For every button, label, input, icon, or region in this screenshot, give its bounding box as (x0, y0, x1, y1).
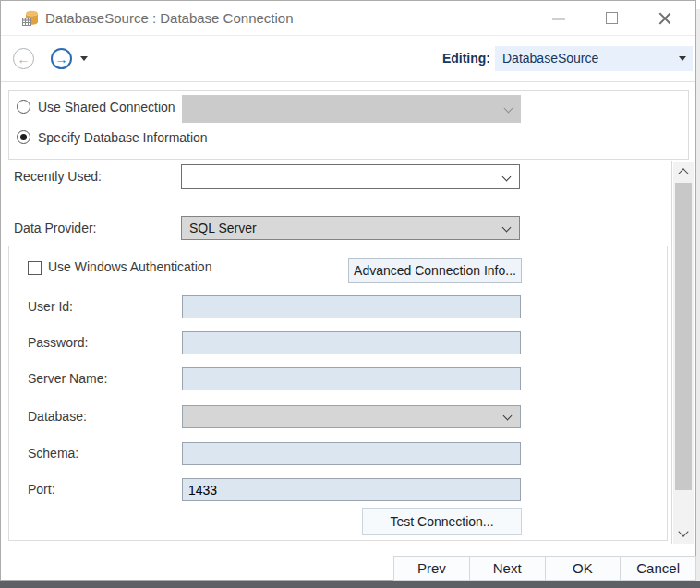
specify-database-information-label: Specify Database Information (38, 126, 208, 149)
scrollbar-thumb[interactable] (675, 183, 692, 490)
shared-connection-combobox (182, 95, 521, 123)
ok-button[interactable]: OK (545, 557, 621, 580)
port-label: Port: (28, 478, 55, 501)
field-row-server-name: Server Name: (9, 367, 667, 390)
windows-auth-checkbox[interactable] (28, 261, 42, 275)
forward-dropdown-caret[interactable] (80, 56, 88, 61)
use-shared-connection-label: Use Shared Connection (38, 96, 175, 118)
back-glyph: ← (18, 53, 30, 66)
field-row-user-id: User Id: (9, 295, 667, 318)
database-label: Database: (28, 405, 87, 428)
schema-label: Schema: (28, 442, 78, 465)
recently-used-label: Recently Used: (14, 164, 102, 189)
password-input[interactable] (182, 331, 521, 354)
field-row-port: Port: (9, 478, 667, 501)
schema-input[interactable] (182, 442, 521, 465)
dialog-window: DatabaseSource : Database Connection ← →… (0, 0, 696, 581)
vertical-scrollbar[interactable] (673, 162, 694, 544)
database-combobox[interactable] (182, 405, 521, 428)
divider (1, 198, 672, 198)
database-table-icon (22, 10, 39, 27)
recently-used-combobox[interactable] (181, 164, 520, 189)
navigation-toolbar: ← → Editing: DatabaseSource (1, 36, 695, 82)
forward-arrow-icon[interactable]: → (51, 48, 72, 69)
back-arrow-icon: ← (13, 48, 34, 69)
password-label: Password: (28, 331, 88, 354)
minimize-icon[interactable] (552, 18, 565, 20)
chevron-down-icon (679, 56, 686, 61)
user-id-input[interactable] (182, 295, 521, 318)
title-bar: DatabaseSource : Database Connection (1, 1, 695, 36)
editing-combobox-value: DatabaseSource (502, 46, 598, 71)
data-provider-combobox[interactable]: SQL Server (181, 216, 520, 240)
chevron-down-icon (502, 173, 512, 182)
window-title: DatabaseSource : Database Connection (45, 1, 294, 36)
test-connection-button[interactable]: Test Connection... (362, 508, 522, 535)
forward-glyph: → (55, 53, 68, 66)
footer-button-bar: Prev Next OK Cancel (393, 556, 696, 581)
prev-button[interactable]: Prev (394, 557, 469, 580)
advanced-connection-info-button[interactable]: Advanced Connection Info... (348, 258, 522, 283)
maximize-icon[interactable] (606, 12, 618, 24)
editing-label: Editing: (416, 46, 490, 71)
use-shared-connection-radio[interactable] (17, 100, 30, 114)
user-id-label: User Id: (28, 295, 73, 318)
editing-combobox[interactable]: DatabaseSource (495, 46, 693, 71)
chevron-down-icon (502, 223, 512, 233)
field-row-schema: Schema: (9, 442, 667, 465)
scroll-down-icon[interactable] (678, 526, 688, 536)
close-icon[interactable] (658, 11, 672, 26)
port-input[interactable] (182, 478, 521, 501)
data-provider-value: SQL Server (189, 217, 257, 240)
field-row-database: Database: (9, 405, 667, 428)
connection-form-viewport: Recently Used: Data Provider: SQL Server… (1, 161, 672, 544)
specify-database-information-radio[interactable] (17, 130, 30, 144)
field-row-password: Password: (9, 331, 667, 354)
data-provider-label: Data Provider: (14, 216, 96, 240)
database-info-groupbox: Use Windows Authentication Advanced Conn… (8, 246, 668, 541)
window-right-shadow (696, 9, 700, 581)
cancel-button[interactable]: Cancel (620, 557, 695, 580)
window-bottom-shadow (0, 581, 700, 588)
next-button[interactable]: Next (469, 557, 545, 580)
server-name-label: Server Name: (28, 367, 107, 390)
windows-auth-label: Use Windows Authentication (48, 258, 211, 276)
connection-mode-panel: Use Shared Connection Specify Database I… (8, 90, 689, 160)
chevron-down-icon (503, 412, 513, 421)
chevron-down-icon (504, 104, 513, 114)
server-name-input[interactable] (182, 367, 521, 390)
scroll-up-icon[interactable] (678, 168, 688, 178)
